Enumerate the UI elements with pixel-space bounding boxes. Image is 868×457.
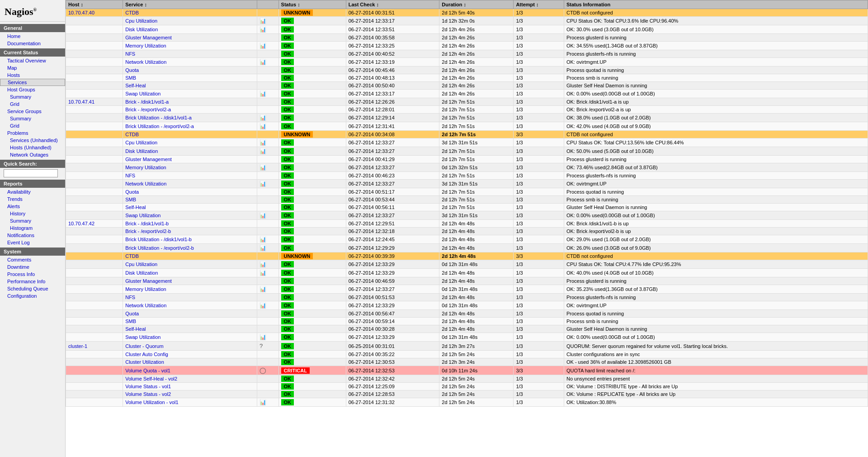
sidebar-link-process-info[interactable]: Process Info — [0, 271, 65, 278]
col-status[interactable]: Status ↕ — [278, 0, 346, 9]
service-cell[interactable]: Brick Utilization - /disk1/vol1-b — [123, 235, 257, 244]
graph-icon[interactable]: 📊 — [259, 26, 266, 33]
graph-cell[interactable]: 📊 — [257, 17, 278, 25]
service-cell[interactable]: Brick - /export/vol2-a — [123, 106, 257, 114]
status-cell[interactable]: OK — [278, 398, 346, 407]
service-cell[interactable]: SMB — [123, 196, 257, 204]
graph-cell[interactable]: 📊 — [257, 114, 278, 122]
service-cell[interactable]: Volume Status - vol1 — [123, 383, 257, 390]
graph-icon[interactable]: 📊 — [259, 114, 266, 121]
sidebar-link-tactical-overview[interactable]: Tactical Overview — [0, 57, 65, 64]
graph-icon[interactable]: 📊 — [259, 59, 266, 65]
sidebar-link-services[interactable]: Services — [0, 79, 65, 86]
sidebar-link-hosts-unhandled[interactable]: Hosts (Unhandled) — [0, 144, 65, 151]
sidebar-link-services-unhandled[interactable]: Services (Unhandled) — [0, 137, 65, 144]
service-cell[interactable]: Swap Utilization — [123, 90, 257, 98]
service-cell[interactable]: Gluster Management — [123, 277, 257, 285]
sidebar-link-scheduling-queue[interactable]: Scheduling Queue — [0, 285, 65, 292]
status-cell[interactable]: OK — [278, 318, 346, 325]
status-cell[interactable]: OK — [278, 50, 346, 58]
service-cell[interactable]: Self-Heal — [123, 204, 257, 211]
sidebar-link-grid[interactable]: Grid — [0, 100, 65, 108]
sidebar-link-downtime[interactable]: Downtime — [0, 263, 65, 271]
service-cell[interactable]: Self-Heal — [123, 82, 257, 90]
status-cell[interactable]: OK — [278, 235, 346, 244]
service-cell[interactable]: NFS — [123, 50, 257, 58]
status-cell[interactable]: OK — [278, 220, 346, 228]
status-cell[interactable]: OK — [278, 147, 346, 156]
service-cell[interactable]: Network Utilization — [123, 301, 257, 310]
status-cell[interactable]: CRITICAL — [278, 366, 346, 375]
service-cell[interactable]: Disk Utilization — [123, 269, 257, 277]
sidebar-link-host-groups[interactable]: Host Groups — [0, 86, 65, 93]
status-cell[interactable]: OK — [278, 211, 346, 220]
graph-cell[interactable]: 📊 — [257, 285, 278, 294]
col-attempt[interactable]: Attempt ↕ — [514, 0, 564, 9]
graph-icon[interactable]: 📊 — [259, 181, 266, 187]
col-host[interactable]: Host ↕ — [66, 0, 123, 9]
graph-icon[interactable]: 📊 — [259, 18, 266, 24]
graph-icon[interactable]: 📊 — [259, 123, 266, 129]
status-cell[interactable]: OK — [278, 106, 346, 114]
sidebar-link-summary[interactable]: Summary — [0, 115, 65, 122]
sidebar-link-service-groups[interactable]: Service Groups — [0, 108, 65, 115]
service-cell[interactable]: Brick - /disk1/vol1-b — [123, 220, 257, 228]
sidebar-link-alerts[interactable]: Alerts — [0, 203, 65, 210]
graph-icon[interactable]: 📊 — [259, 236, 266, 243]
sidebar-link-trends[interactable]: Trends — [0, 195, 65, 203]
status-cell[interactable]: OK — [278, 82, 346, 90]
status-cell[interactable]: OK — [278, 196, 346, 204]
graph-cell[interactable]: 📊 — [257, 398, 278, 407]
graph-icon[interactable]: 📊 — [259, 90, 266, 97]
status-cell[interactable]: OK — [278, 277, 346, 285]
service-cell[interactable]: NFS — [123, 294, 257, 301]
service-cell[interactable]: Disk Utilization — [123, 25, 257, 34]
sidebar-link-notifications[interactable]: Notifications — [0, 232, 65, 239]
service-cell[interactable]: Quota — [123, 310, 257, 318]
service-cell[interactable]: CTDB — [123, 252, 257, 260]
sidebar-link-event-log[interactable]: Event Log — [0, 239, 65, 246]
graph-cell[interactable]: 📊 — [257, 42, 278, 50]
quick-search-input[interactable] — [4, 169, 58, 177]
service-cell[interactable]: Cpu Utilization — [123, 17, 257, 25]
sidebar-link-home[interactable]: Home — [0, 33, 65, 40]
service-cell[interactable]: Swap Utilization — [123, 211, 257, 220]
graph-icon[interactable]: 📊 — [259, 334, 266, 340]
sidebar-link-availability[interactable]: Availability — [0, 188, 65, 195]
status-cell[interactable]: OK — [278, 17, 346, 25]
graph-cell[interactable]: 📊 — [257, 235, 278, 244]
service-cell[interactable]: Volume Self-Heal - vol2 — [123, 375, 257, 383]
graph-icon[interactable]: 📊 — [259, 302, 266, 309]
sidebar-link-problems[interactable]: Problems — [0, 129, 65, 137]
col-lastcheck[interactable]: Last Check ↕ — [346, 0, 439, 9]
status-cell[interactable]: OK — [278, 342, 346, 351]
status-cell[interactable]: OK — [278, 333, 346, 342]
status-cell[interactable]: UNKNOWN — [278, 9, 346, 17]
status-cell[interactable]: OK — [278, 325, 346, 333]
service-cell[interactable]: Cpu Utilization — [123, 260, 257, 269]
service-cell[interactable]: Memory Utilization — [123, 163, 257, 172]
status-cell[interactable]: OK — [278, 122, 346, 131]
status-cell[interactable]: OK — [278, 172, 346, 180]
col-duration[interactable]: Duration ↕ — [439, 0, 514, 9]
host-cell[interactable]: 10.70.47.40 — [66, 9, 123, 17]
sidebar-link-histogram[interactable]: Histogram — [0, 224, 65, 232]
status-cell[interactable]: OK — [278, 204, 346, 211]
graph-cell[interactable]: 📊 — [257, 138, 278, 147]
status-cell[interactable]: OK — [278, 383, 346, 390]
graph-icon[interactable]: 📊 — [259, 164, 266, 171]
status-cell[interactable]: OK — [278, 74, 346, 82]
graph-cell[interactable]: 📊 — [257, 90, 278, 98]
service-cell[interactable]: Cluster Auto Config — [123, 351, 257, 358]
service-cell[interactable]: Gluster Management — [123, 156, 257, 163]
status-cell[interactable]: OK — [278, 244, 346, 252]
service-cell[interactable]: Brick Utilization - /export/vol2-b — [123, 244, 257, 252]
status-cell[interactable]: OK — [278, 358, 346, 366]
status-cell[interactable]: OK — [278, 163, 346, 172]
graph-cell[interactable]: 📊 — [257, 25, 278, 34]
graph-icon[interactable]: 📊 — [259, 148, 266, 154]
graph-cell[interactable]: 📊 — [257, 260, 278, 269]
service-cell[interactable]: Brick Utilization - /disk1/vol1-a — [123, 114, 257, 122]
status-cell[interactable]: OK — [278, 188, 346, 196]
sidebar-link-network-outages[interactable]: Network Outages — [0, 151, 65, 158]
